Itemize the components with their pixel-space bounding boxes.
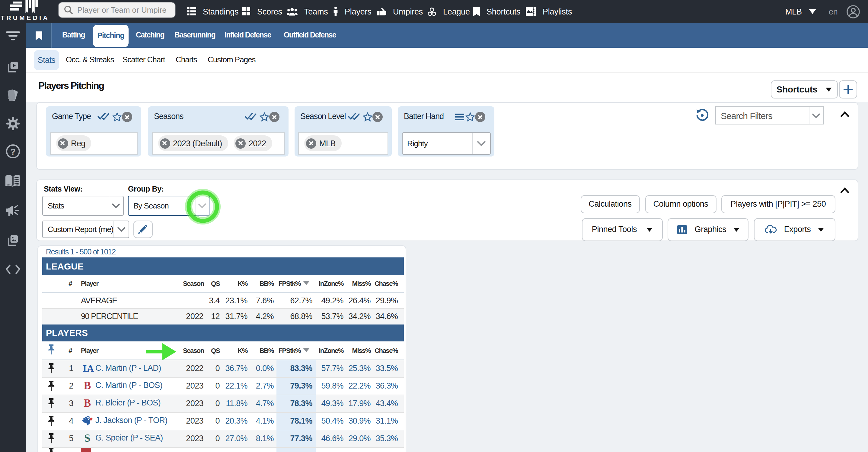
svg-text:?: ? <box>10 147 16 157</box>
